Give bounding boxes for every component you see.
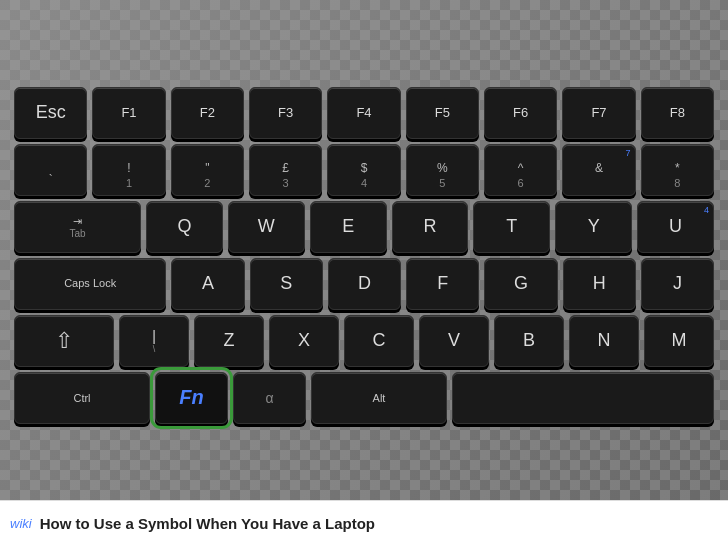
number-row: ` ! 1 " 2 £ 3 $ 4 [14, 144, 714, 196]
alpha-key[interactable]: α [233, 372, 306, 424]
keyboard-area: Esc F1 F2 F3 F4 F5 F6 [0, 0, 728, 500]
function-key-row: Esc F1 F2 F3 F4 F5 F6 [14, 87, 714, 139]
2-key[interactable]: " 2 [171, 144, 244, 196]
1-key[interactable]: ! 1 [92, 144, 165, 196]
backtick-key[interactable]: ` [14, 144, 87, 196]
u-key[interactable]: 4 U [637, 201, 714, 253]
c-key[interactable]: C [344, 315, 414, 367]
q-key[interactable]: Q [146, 201, 223, 253]
main-container: Esc F1 F2 F3 F4 F5 F6 [0, 0, 728, 546]
v-key[interactable]: V [419, 315, 489, 367]
spacebar-key[interactable] [452, 372, 714, 424]
page-title: How to Use a Symbol When You Have a Lapt… [40, 515, 375, 532]
qwerty-row: ⇥ Tab Q W E R T Y [14, 201, 714, 253]
f7-key[interactable]: F7 [562, 87, 635, 139]
shift-key[interactable]: ⇧ [14, 315, 114, 367]
s-key[interactable]: S [250, 258, 323, 310]
tab-key[interactable]: ⇥ Tab [14, 201, 141, 253]
8-key[interactable]: * 8 [641, 144, 714, 196]
h-key[interactable]: H [563, 258, 636, 310]
f3-key[interactable]: F3 [249, 87, 322, 139]
f-key[interactable]: F [406, 258, 479, 310]
backslash-key[interactable]: | \ [119, 315, 189, 367]
f6-key[interactable]: F6 [484, 87, 557, 139]
z-key[interactable]: Z [194, 315, 264, 367]
r-key[interactable]: R [392, 201, 469, 253]
7-key[interactable]: 7 & 7 [562, 144, 635, 196]
esc-key[interactable]: Esc [14, 87, 87, 139]
g-key[interactable]: G [484, 258, 557, 310]
4-key[interactable]: $ 4 [327, 144, 400, 196]
w-key[interactable]: W [228, 201, 305, 253]
wiki-logo: wiki [10, 516, 32, 531]
t-key[interactable]: T [473, 201, 550, 253]
a-key[interactable]: A [171, 258, 244, 310]
ctrl-key[interactable]: Ctrl [14, 372, 150, 424]
keyboard: Esc F1 F2 F3 F4 F5 F6 [14, 87, 714, 424]
5-key[interactable]: % 5 [406, 144, 479, 196]
j-key[interactable]: J [641, 258, 714, 310]
alt-key[interactable]: Alt [311, 372, 447, 424]
d-key[interactable]: D [328, 258, 401, 310]
bottom-row: Ctrl Fn α Alt [14, 372, 714, 424]
e-key[interactable]: E [310, 201, 387, 253]
b-key[interactable]: B [494, 315, 564, 367]
f2-key[interactable]: F2 [171, 87, 244, 139]
f5-key[interactable]: F5 [406, 87, 479, 139]
asdf-row: Caps Lock A S D F G H [14, 258, 714, 310]
fn-key[interactable]: Fn [155, 372, 228, 424]
y-key[interactable]: Y [555, 201, 632, 253]
caps-lock-key[interactable]: Caps Lock [14, 258, 166, 310]
6-key[interactable]: ^ 6 [484, 144, 557, 196]
f4-key[interactable]: F4 [327, 87, 400, 139]
n-key[interactable]: N [569, 315, 639, 367]
m-key[interactable]: M [644, 315, 714, 367]
f8-key[interactable]: F8 [641, 87, 714, 139]
zxcv-row: ⇧ | \ Z X C V B [14, 315, 714, 367]
x-key[interactable]: X [269, 315, 339, 367]
f1-key[interactable]: F1 [92, 87, 165, 139]
3-key[interactable]: £ 3 [249, 144, 322, 196]
bottom-bar: wiki How to Use a Symbol When You Have a… [0, 500, 728, 546]
